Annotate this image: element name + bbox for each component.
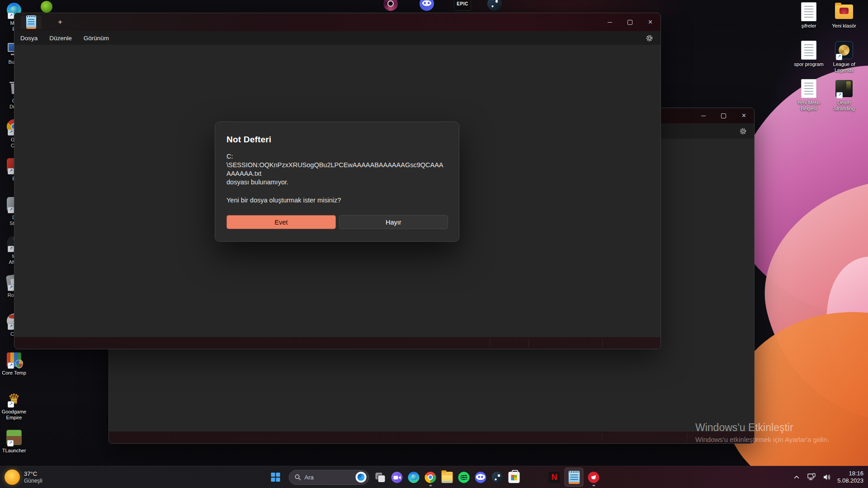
taskbar-camera-app[interactable] [389, 467, 406, 487]
no-button[interactable]: Hayır [339, 215, 448, 229]
settings-gear-icon[interactable] [644, 33, 654, 43]
shortcut-arrow-icon: ↗ [8, 13, 14, 19]
desktop-icon-yeni-klasor[interactable]: Yeni klasör [832, 2, 856, 40]
shortcut-arrow-icon: ↗ [8, 168, 14, 174]
app-icon [801, 2, 816, 21]
app-icon: EPIC [454, 0, 471, 11]
weather-temperature: 37°C [24, 470, 42, 478]
taskbar-search-box[interactable]: Ara [289, 470, 369, 485]
statusbar [14, 337, 660, 349]
system-tray: 18:16 5.08.2023 [791, 466, 863, 488]
shortcut-arrow-icon: ↗ [8, 324, 14, 330]
taskbar-weather-widget[interactable]: 37°C Güneşli [5, 466, 42, 488]
app-icon [383, 0, 398, 11]
taskbar-pinned-apps [372, 467, 523, 487]
desktop-icon-nvidia-icon[interactable] [41, 1, 52, 13]
desktop-icon-steam[interactable] [487, 0, 502, 14]
minimize-button[interactable] [599, 13, 620, 31]
notepad-icon [26, 15, 36, 29]
desktop-icon-spor-program[interactable]: spor program [794, 40, 823, 79]
desktop-icon-epic-games[interactable]: EPIC [454, 0, 471, 14]
clock-time: 18:16 [849, 470, 863, 477]
app-icon [458, 472, 470, 483]
tray-chevron-up-icon[interactable] [791, 472, 802, 483]
taskbar-open-apps: N [546, 467, 602, 487]
app-icon [801, 41, 816, 60]
taskbar: 37°C Güneşli Ara [0, 466, 868, 488]
shortcut-arrow-icon: ↗ [836, 54, 842, 60]
desktop-icon-sifreler[interactable]: şifreler [801, 2, 816, 40]
desktop-icon-goodgame-empire[interactable]: ♛↗ GoodgameEmpire [0, 389, 28, 428]
app-icon [475, 472, 486, 483]
taskbar-microsoft-store[interactable] [506, 467, 523, 487]
tray-network-icon[interactable] [807, 472, 817, 483]
search-icon [295, 474, 301, 480]
desktop-right-icons: şifreler Yeni klasör spor program ↗ Leag… [791, 2, 862, 117]
dialog-message-path: \SESSION:OQKnPzxXRUSogQBu2LPCEwAAAAABAAA… [226, 161, 448, 178]
notepad-file-not-found-dialog: Not Defteri C: \SESSION:OQKnPzxXRUSogQBu… [215, 122, 459, 242]
shortcut-arrow-icon: ↗ [8, 362, 14, 369]
notepad-tab[interactable] [21, 15, 42, 29]
minimize-button[interactable] [693, 108, 713, 123]
taskbar-task-view-button[interactable] [372, 467, 389, 487]
dialog-message-notfound: dosyası bulunamıyor. [226, 178, 448, 187]
shortcut-arrow-icon: ↗ [8, 285, 14, 291]
menubar: DosyaDüzenleGörünüm [14, 31, 660, 45]
tray-clock[interactable]: 18:16 5.08.2023 [837, 470, 863, 484]
shortcut-arrow-icon: ↗ [7, 440, 14, 446]
tray-volume-icon[interactable] [822, 472, 833, 483]
dialog-question: Yeni bir dosya oluşturmak ister misiniz? [226, 197, 448, 204]
desktop-icon-league-of-legends[interactable]: ↗ League ofLegends [833, 40, 855, 79]
shortcut-arrow-icon: ↗ [8, 401, 14, 408]
app-icon [375, 472, 386, 483]
desktop-icon-core-temp[interactable]: ↗ Core Temp [0, 351, 28, 389]
new-tab-button[interactable]: + [54, 16, 66, 28]
app-icon [425, 472, 436, 483]
dialog-title: Not Defteri [226, 135, 448, 145]
maximize-button[interactable] [713, 108, 734, 123]
taskbar-steam[interactable] [489, 467, 506, 487]
app-icon [835, 5, 853, 19]
taskbar-spotify[interactable] [456, 467, 472, 487]
app-icon [588, 472, 599, 483]
taskbar-netflix[interactable]: N [546, 467, 563, 487]
app-icon: N [549, 472, 560, 483]
desktop-icon-tlauncher[interactable]: ↗ TLauncher [0, 428, 28, 467]
app-icon [408, 472, 420, 483]
sunny-weather-icon [5, 469, 20, 485]
taskbar-microsoft-edge[interactable] [406, 467, 422, 487]
app-icon [492, 472, 503, 483]
close-button[interactable]: × [734, 108, 754, 123]
dialog-message-drive: C: [226, 152, 448, 161]
desktop-icon-swirl[interactable] [383, 0, 398, 14]
menu-dosya[interactable]: Dosya [14, 31, 43, 45]
running-indicator [429, 485, 432, 486]
taskbar-notepad[interactable] [565, 468, 584, 487]
taskbar-google-chrome[interactable] [422, 467, 439, 487]
maximize-button[interactable] [620, 13, 640, 31]
desktop-icon-discord[interactable] [420, 0, 434, 14]
taskbar-file-explorer[interactable] [439, 467, 456, 487]
desktop-screen: ↗ MicE Bu bi GDön ↗ GoCh ↗ E ↗ DStra ↗ M… [0, 0, 868, 488]
settings-gear-icon[interactable] [738, 126, 748, 136]
taskbar-discord[interactable] [472, 467, 489, 487]
taskbar-riot-client[interactable] [585, 467, 602, 487]
clock-date: 5.08.2023 [837, 477, 863, 484]
close-button[interactable]: × [640, 13, 660, 31]
desktop-icon-yeni-metin-belgesi[interactable]: Yeni MetinBelgesi [797, 79, 821, 117]
bing-icon[interactable] [356, 472, 367, 483]
yes-button[interactable]: Evet [226, 215, 336, 229]
titlebar: + × [14, 13, 660, 31]
menu-duzenle[interactable]: Düzenle [43, 31, 78, 45]
shortcut-arrow-icon: ↗ [836, 92, 843, 99]
app-icon [801, 79, 816, 98]
start-button[interactable] [266, 468, 285, 487]
desktop-icon-death-stranding[interactable]: ↗ DeathStranding [833, 79, 854, 117]
menu-gorunum[interactable]: Görünüm [78, 31, 115, 45]
weather-condition: Güneşli [24, 478, 42, 484]
windows-logo-icon [271, 473, 280, 482]
shortcut-arrow-icon: ↗ [8, 246, 14, 252]
shortcut-arrow-icon: ↗ [8, 207, 14, 213]
app-icon [487, 0, 502, 11]
running-indicator [592, 485, 595, 486]
